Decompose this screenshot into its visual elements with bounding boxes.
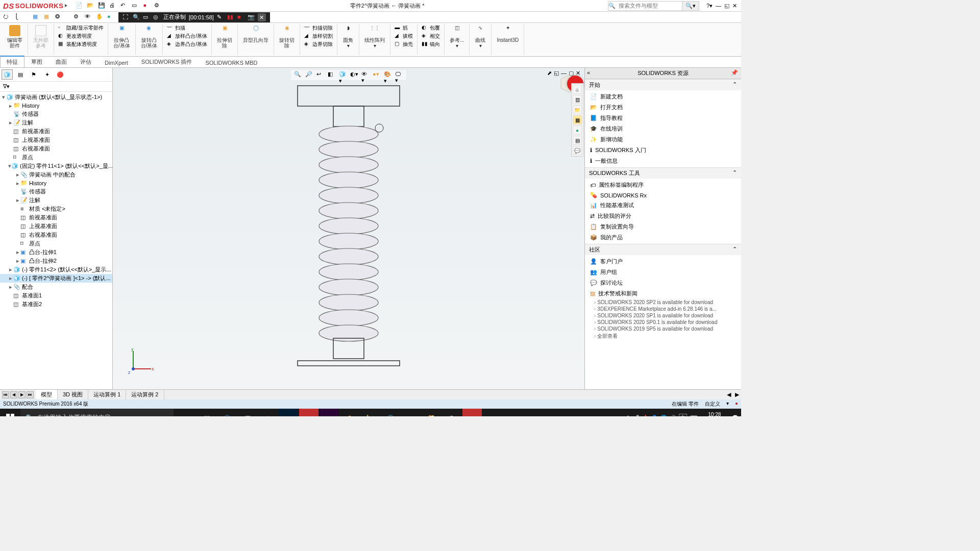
rp-view-all[interactable]: 全部查看 [585,332,741,340]
tb-app1-icon[interactable]: ◯ [217,409,237,416]
boundary-cut-button[interactable]: ◈边界切除 [302,40,335,48]
pb-first-icon[interactable]: ⏮ [2,391,9,398]
tree-top2[interactable]: ◫上视基准面 [0,222,112,231]
start-button[interactable] [0,409,20,416]
camera-icon[interactable]: 📷 [248,14,255,21]
revolve-boss-button[interactable]: ◉ 旋转凸台/基体 [138,24,161,49]
tb-app7-icon[interactable]: ◯ [381,409,400,416]
tb-solidworks2-icon[interactable]: SW [462,409,482,416]
rebuild-icon[interactable]: ● [143,2,150,9]
options-icon[interactable]: ⚙ [154,2,161,9]
tb-explorer-icon[interactable]: 📁 [422,409,441,416]
cut-extrude-button[interactable]: ▣ 拉伸切除 [214,24,235,49]
tree-part2-selected[interactable]: ▸🧊(-) [ 零件2^弹簧动画 ]<1> -> (默认... [0,274,112,283]
rp-rx[interactable]: 💊SOLIDWORKS Rx [585,190,741,200]
gear-icon[interactable]: ⚙ [74,13,82,21]
rp-forums[interactable]: 💬探讨论坛 [585,278,741,288]
tray-keyboard-icon[interactable]: ⌨ [690,415,697,416]
hud-section-icon[interactable]: ◧ [328,71,336,79]
grid-orange-icon[interactable]: ▦ [44,13,52,21]
tab-addins[interactable]: SOLIDWORKS 插件 [135,56,199,67]
status-unit-icon[interactable]: ▾ [726,400,729,408]
change-opacity-button[interactable]: ◐更改透明度 [56,32,106,40]
tree-history2[interactable]: ▸📁History [0,179,112,187]
tree-origin[interactable]: ⌑原点 [0,153,112,162]
grid-blue-icon[interactable]: ▦ [33,13,41,21]
intersect-button[interactable]: ◈相交 [420,32,442,40]
rp-customer-portal[interactable]: 👤客户门户 [585,256,741,267]
tray-volume-icon[interactable]: 🔊 [670,415,676,416]
tree-part11-2[interactable]: ▸🧊(-) 零件11<2> (默认<<默认>_显示... [0,265,112,274]
tb-security-icon[interactable]: 🛡 [238,409,257,416]
hud-zoom-fit-icon[interactable]: 🔍 [294,71,302,79]
taskpane-custom-icon[interactable]: ▤ [573,136,582,145]
tree-front-plane[interactable]: ◫前视基准面 [0,127,112,136]
news-item[interactable]: SOLIDWORKS 2020 SP2 is available for dow… [585,299,741,306]
rp-news[interactable]: ▧技术警戒和新闻 [585,288,741,299]
pause-icon[interactable]: ▮▮ [227,14,234,21]
rp-copy-settings[interactable]: 📋复制设置向导 [585,221,741,232]
tb-cortana-icon[interactable]: ○ [177,409,196,416]
undo-icon[interactable]: ↶ [120,2,128,9]
help-icon[interactable]: ?▾ [706,3,713,9]
rp-tutorials[interactable]: 📘指导教程 [585,113,741,123]
section-community[interactable]: 社区⌃ [585,244,741,255]
restore-icon[interactable]: ◱ [724,3,729,9]
pin-icon[interactable]: ● [107,13,115,21]
pb-last-icon[interactable]: ⏭ [27,391,34,398]
cut-revolve-button[interactable]: ◉ 旋转切除 [276,24,298,49]
new-icon[interactable]: 📄 [76,2,83,9]
loft-button[interactable]: ◢放样凸台/基体 [165,32,209,40]
status-macro-icon[interactable]: ● [735,400,738,408]
btab-model[interactable]: 模型 [36,390,58,399]
status-custom[interactable]: 自定义 [705,400,720,408]
fit-icon[interactable]: ⛶ [122,14,130,21]
wrap-button[interactable]: ◐包覆 [420,24,442,32]
btab-study2[interactable]: 运动算例 2 [126,390,164,399]
tab-features[interactable]: 特征 [0,56,24,67]
collapse-icon[interactable]: « [587,69,590,76]
region-icon[interactable]: ▭ [143,14,150,21]
tab-dimxpert[interactable]: DimXpert [98,58,135,67]
tb-autocad-icon[interactable]: A [258,409,278,416]
pencil-icon[interactable]: ✎ [217,14,224,21]
rp-whats-new[interactable]: ✨新增功能 [585,134,741,145]
ft-tab-property-icon[interactable]: ▤ [15,69,26,80]
search-input[interactable] [616,3,682,9]
tb-matlab-icon[interactable]: 📐 [360,409,380,416]
tree-boss1[interactable]: ▸▣凸台-拉伸1 [0,248,112,257]
ft-tab-config-icon[interactable]: ⚑ [28,69,39,80]
tree-history[interactable]: ▸📁History [0,102,112,110]
tray-network-icon[interactable]: 🌐 [660,415,667,416]
draft-button[interactable]: ◢拔模 [393,32,415,40]
tb-recorder-icon[interactable]: ● [401,409,421,416]
tb-solidworks-icon[interactable]: SW [299,409,318,416]
btab-study1[interactable]: 运动算例 1 [88,390,126,399]
no-ext-ref-button[interactable]: 无外部参考 [30,24,52,49]
curves-button[interactable]: ∿曲线▾ [472,24,489,49]
ft-tab-tree-icon[interactable]: 🧊 [2,69,13,80]
feature-tree[interactable]: ▾🧊弹簧动画 (默认<默认_显示状态-1>) ▸📁History 📡传感器 ▸📝… [0,92,112,389]
taskbar-search[interactable]: 🔍 在这里输入你要搜索的内容 [20,409,174,416]
loft-cut-button[interactable]: ◢放样切割 [302,32,335,40]
pin-panel-icon[interactable]: 📌 [731,69,738,76]
select-icon[interactable]: ▭ [132,2,139,9]
eye-icon[interactable]: 👁 [85,13,93,21]
rp-getting-started[interactable]: ℹSOLIDWORKS 入门 [585,145,741,156]
hud-appearance-icon[interactable]: ●▾ [373,71,381,79]
news-item[interactable]: SOLIDWORKS 2019 SP5 is available for dow… [585,325,741,332]
rp-compare[interactable]: ⇄比较我的评分 [585,211,741,221]
mirror-button[interactable]: ▮▮镜向 [420,40,442,48]
tray-people-icon[interactable]: 👤 [651,415,657,416]
tab-surfaces[interactable]: 曲面 [49,56,74,67]
ft-tab-display-icon[interactable]: ✦ [41,69,53,80]
rp-benchmark[interactable]: 📊性能基准测试 [585,200,741,211]
tree-top-plane[interactable]: ◫上视基准面 [0,136,112,144]
hud-display-style-icon[interactable]: ◐▾ [350,71,358,79]
tb-app5-icon[interactable]: ▮ [340,409,359,416]
rib-button[interactable]: ▬筋 [393,24,415,32]
taskpane-view-icon[interactable]: ▦ [573,115,582,124]
tree-front2[interactable]: ◫前视基准面 [0,213,112,222]
tree-mates[interactable]: ▸📎配合 [0,283,112,291]
fillet-button[interactable]: ◗圆角▾ [339,24,357,49]
